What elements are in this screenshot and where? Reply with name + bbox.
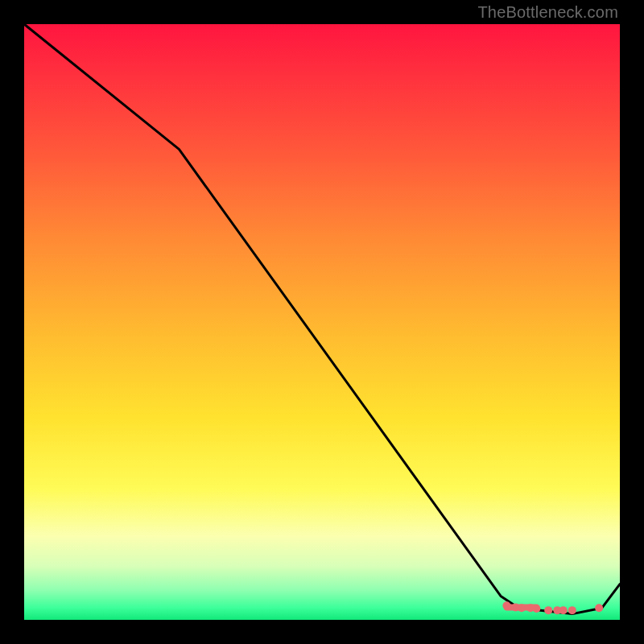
series-curve — [24, 24, 620, 614]
chart-svg — [24, 24, 620, 620]
chart-frame: TheBottleneck.com — [0, 0, 644, 644]
marker-dot — [544, 606, 552, 614]
marker-dot — [568, 606, 576, 614]
marker-dot — [532, 605, 540, 613]
marker-dot — [595, 604, 603, 612]
marker-dot — [502, 601, 510, 609]
marker-dot — [518, 604, 526, 612]
watermark-text: TheBottleneck.com — [477, 3, 618, 22]
marker-dot — [559, 606, 568, 614]
